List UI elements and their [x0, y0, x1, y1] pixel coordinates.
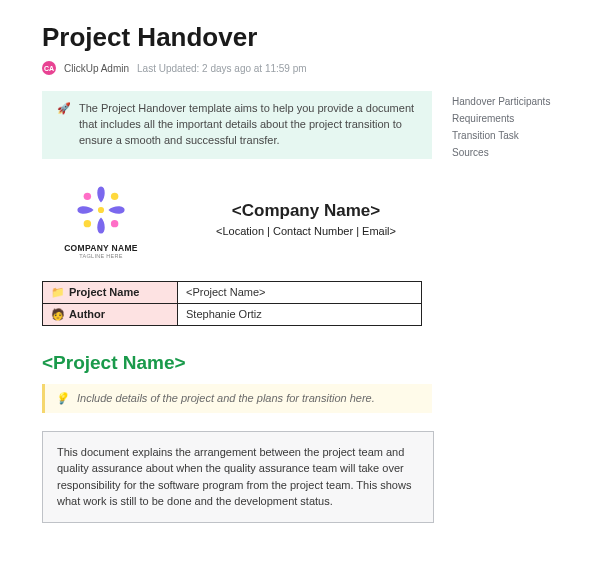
label-author: Author [69, 308, 105, 320]
main-content: 🚀 The Project Handover template aims to … [42, 91, 432, 523]
detail-callout: 💡 Include details of the project and the… [42, 384, 432, 413]
table-row: 📁Project Name <Project Name> [43, 281, 422, 303]
folder-icon: 📁 [51, 286, 65, 298]
table-row: 🧑Author Stephanie Ortiz [43, 303, 422, 325]
logo-name: COMPANY NAME [64, 243, 138, 253]
toc-sidebar: Handover Participants Requirements Trans… [452, 91, 572, 161]
rocket-icon: 🚀 [57, 101, 71, 149]
author-name: ClickUp Admin [64, 63, 129, 74]
value-project-name[interactable]: <Project Name> [178, 281, 422, 303]
hero-section: COMPANY NAME TAGLINE HERE <Company Name>… [46, 179, 432, 259]
person-icon: 🧑 [51, 308, 65, 320]
svg-point-4 [98, 207, 104, 213]
info-table: 📁Project Name <Project Name> 🧑Author Ste… [42, 281, 422, 326]
lightbulb-icon: 💡 [55, 392, 69, 405]
section-heading-project-name[interactable]: <Project Name> [42, 352, 432, 374]
svg-point-3 [111, 220, 118, 227]
detail-callout-text: Include details of the project and the p… [77, 392, 375, 405]
intro-callout: 🚀 The Project Handover template aims to … [42, 91, 432, 159]
toc-item-sources[interactable]: Sources [452, 144, 572, 161]
toc-item-handover-participants[interactable]: Handover Participants [452, 93, 572, 110]
company-name-placeholder[interactable]: <Company Name> [180, 201, 432, 221]
author-avatar: CA [42, 61, 56, 75]
meta-row: CA ClickUp Admin Last Updated: 2 days ag… [42, 61, 572, 75]
page-title: Project Handover [42, 22, 572, 53]
logo-tagline: TAGLINE HERE [79, 253, 123, 259]
svg-point-1 [111, 192, 118, 199]
svg-point-2 [84, 220, 91, 227]
description-box[interactable]: This document explains the arrangement b… [42, 431, 434, 523]
company-logo: COMPANY NAME TAGLINE HERE [46, 179, 156, 259]
last-updated: Last Updated: 2 days ago at 11:59 pm [137, 63, 307, 74]
value-author[interactable]: Stephanie Ortiz [178, 303, 422, 325]
toc-item-requirements[interactable]: Requirements [452, 110, 572, 127]
label-project-name: Project Name [69, 286, 139, 298]
svg-point-0 [84, 192, 91, 199]
toc-item-transition-task[interactable]: Transition Task [452, 127, 572, 144]
logo-icon [70, 179, 132, 241]
company-contact-placeholder[interactable]: <Location | Contact Number | Email> [180, 225, 432, 237]
intro-callout-text: The Project Handover template aims to he… [79, 101, 420, 149]
